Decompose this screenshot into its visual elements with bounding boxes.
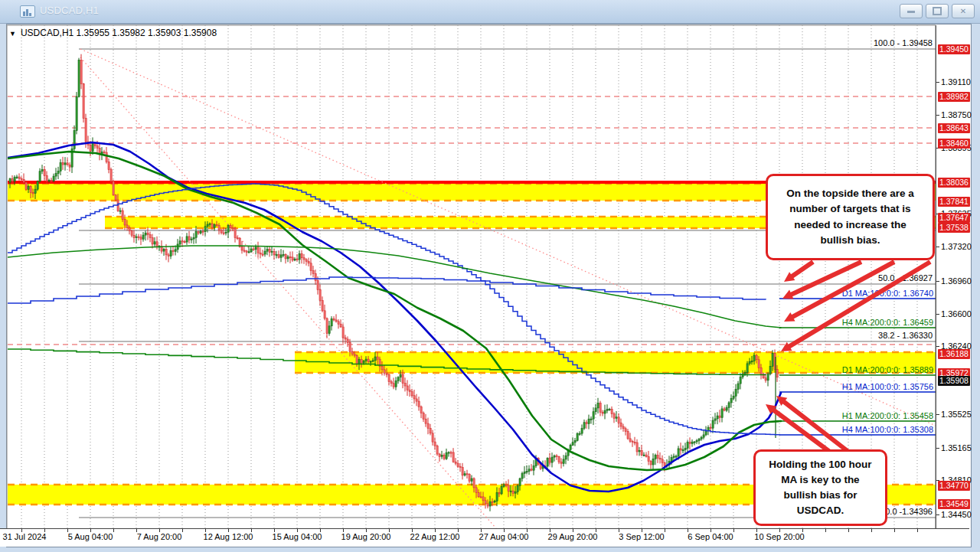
time-label: 27 Aug 04:00: [479, 532, 529, 541]
price-label: 1.36600: [941, 309, 972, 318]
axis-tick: [936, 346, 939, 347]
axis-tick: [848, 529, 849, 532]
ma-ray-label: H4 MA:100:0:0: 1.35308: [842, 425, 933, 434]
time-label: 29 Aug 20:00: [548, 532, 598, 541]
time-label: 15 Aug 04:00: [273, 532, 322, 541]
axis-tick: [113, 529, 114, 532]
ma-ray-label: H1 MA:200:0:0: 1.35458: [842, 411, 933, 420]
price-level-badge: 1.34770: [938, 481, 970, 491]
annotation-text-line: MA is key to the: [756, 472, 885, 488]
axis-tick: [936, 514, 939, 515]
price-label: 1.39110: [941, 77, 971, 87]
fib-label: 38.2 - 1.36330: [878, 331, 933, 340]
time-label: 22 Aug 12:00: [410, 532, 460, 541]
annotation-text-line: Holding the 100 hour: [756, 457, 885, 472]
fib-label: 100.0 - 1.39458: [874, 38, 933, 47]
ma-ray-label: D1 MA:200:0:0: 1.35889: [842, 365, 933, 374]
quote-text: USDCAD,H1 1.35955 1.35982 1.35903 1.3590…: [21, 28, 217, 38]
candles-layer: [9, 54, 778, 511]
price-level-badge: 1.34549: [938, 499, 970, 509]
axis-tick: [936, 247, 939, 247]
axis-tick: [733, 529, 734, 532]
price-label: 1.34450: [941, 510, 972, 519]
price-level-badge: 1.37538: [938, 223, 970, 233]
axis-tick: [936, 281, 939, 282]
axis-tick: [825, 529, 826, 532]
time-axis[interactable]: 31 Jul 20245 Aug 04:007 Aug 20:0012 Aug …: [0, 528, 969, 547]
price-label: 1.37320: [941, 242, 972, 251]
axis-tick: [936, 414, 939, 415]
ma-ray-label: H1 MA:100:0:0: 1.35756: [842, 382, 933, 391]
price-level-badge: 1.38643: [938, 123, 970, 133]
time-label: 7 Aug 20:00: [137, 532, 182, 541]
axis-tick: [917, 529, 918, 532]
axis-tick: [936, 115, 939, 116]
annotation-text-line: number of targets that is: [768, 201, 933, 217]
current-price-badge: 1.35908: [938, 376, 970, 386]
price-label: 1.35165: [941, 443, 972, 452]
price-level-badge: 1.38460: [938, 139, 970, 149]
annotation-text-line: needed to increase the: [768, 217, 933, 233]
axis-tick: [936, 448, 939, 449]
annotation-text-line: bullish bias for: [756, 488, 885, 503]
price-label: 1.38750: [941, 110, 972, 119]
axis-tick: [182, 529, 183, 532]
quote-bar[interactable]: ▼USDCAD,H1 1.35955 1.35982 1.35903 1.359…: [9, 28, 217, 38]
price-label: 1.35525: [941, 410, 972, 419]
price-axis[interactable]: 1.391101.387501.383951.376351.373201.369…: [936, 25, 970, 528]
price-label: 1.36960: [941, 276, 972, 286]
annotation-text-line: bullish bias.: [768, 233, 933, 248]
time-label: 12 Aug 12:00: [204, 532, 253, 541]
time-label: 19 Aug 20:00: [341, 532, 391, 541]
price-level-badge: 1.36188: [938, 349, 970, 359]
fib-label: 0.0 -1.34396: [885, 507, 933, 516]
mt4-chart-window: USDCAD,H1 ✕ 100.0 - 1.3945861.8 - 1.3752…: [0, 0, 980, 552]
time-label: 6 Sep 04:00: [688, 532, 733, 541]
annotation-box-holding-ma[interactable]: Holding the 100 hourMA is key to thebull…: [753, 449, 887, 526]
price-level-badge: 1.37841: [938, 197, 970, 207]
ma-ray-label: H4 MA:200:0:0: 1.36459: [842, 318, 933, 327]
axis-tick: [665, 529, 665, 532]
axis-tick: [936, 314, 939, 315]
chevron-down-icon[interactable]: ▼: [9, 30, 16, 38]
annotation-text-line: On the topside there are a: [768, 186, 933, 201]
axis-tick: [871, 529, 872, 532]
fibonacci-levels: 100.0 - 1.3945861.8 - 1.3752450.0 - 1.36…: [79, 38, 936, 518]
annotation-box-topside-targets[interactable]: On the topside there are anumber of targ…: [766, 174, 935, 260]
time-label: 10 Sep 20:00: [754, 532, 804, 541]
time-label: 31 Jul 2024: [3, 532, 47, 541]
annotation-text-line: USDCAD.: [756, 503, 885, 518]
axis-tick: [894, 529, 895, 532]
axis-tick: [936, 82, 939, 83]
time-label: 3 Sep 12:00: [619, 532, 664, 541]
price-level-badge: 1.37647: [938, 213, 970, 223]
time-label: 5 Aug 04:00: [68, 532, 113, 541]
price-level-badge: 1.39450: [938, 44, 970, 54]
price-level-badge: 1.38982: [938, 92, 970, 102]
price-level-badge: 1.38036: [938, 178, 970, 188]
